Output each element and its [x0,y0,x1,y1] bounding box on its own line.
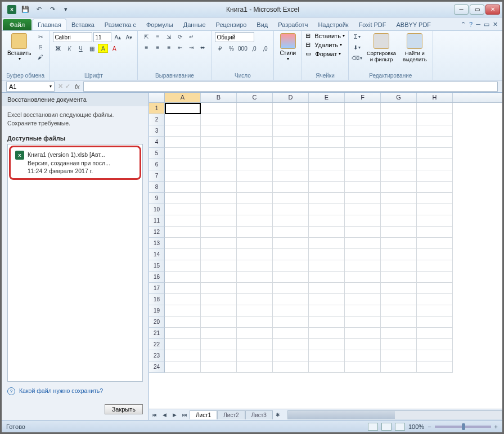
enter-icon[interactable]: ✓ [65,83,70,90]
cell[interactable] [345,305,381,317]
align-middle-icon[interactable]: ≡ [152,32,163,41]
cell[interactable] [309,361,345,373]
cell[interactable] [345,227,381,238]
cell[interactable] [381,182,417,193]
sheet-nav-prev-icon[interactable]: ◀ [159,410,169,420]
cell[interactable] [309,294,345,305]
row-header-1[interactable]: 1 [149,103,165,114]
cell[interactable] [165,170,201,182]
column-header-G[interactable]: G [381,93,417,102]
tab-developer[interactable]: Разработч [273,19,313,30]
cell[interactable] [165,204,201,215]
cell[interactable] [309,103,345,114]
column-header-A[interactable]: A [165,93,201,102]
cell[interactable] [345,294,381,305]
cell[interactable] [381,361,417,373]
cell[interactable] [417,159,453,170]
sheet-tab-1[interactable]: Лист1 [190,410,217,419]
cell[interactable] [201,339,237,350]
tab-home[interactable]: Главная [33,19,66,30]
cell[interactable] [417,148,453,159]
cell[interactable] [165,361,201,373]
cell[interactable] [273,317,309,328]
help-icon[interactable]: ? [469,21,472,28]
format-painter-icon[interactable]: 🖌 [35,52,46,61]
cell[interactable] [345,137,381,148]
tab-file[interactable]: Файл [3,19,32,30]
cell[interactable] [237,137,273,148]
italic-icon[interactable]: К [64,44,74,53]
font-size-select[interactable] [93,32,111,42]
cell[interactable] [309,227,345,238]
cell[interactable] [201,182,237,193]
cell[interactable] [273,114,309,125]
cell[interactable] [381,204,417,215]
cell[interactable] [273,294,309,305]
cell[interactable] [309,193,345,204]
fill-color-icon[interactable]: A [98,44,108,53]
cell[interactable] [273,350,309,361]
cell[interactable] [381,114,417,125]
cell[interactable] [417,317,453,328]
copy-icon[interactable]: ⎘ [35,42,46,51]
cell[interactable] [237,238,273,249]
cell[interactable] [417,328,453,339]
redo-icon[interactable]: ↷ [47,4,58,15]
tab-formulas[interactable]: Формулы [141,19,178,30]
cell[interactable] [345,272,381,283]
cell[interactable] [201,317,237,328]
cell[interactable] [417,294,453,305]
row-header-6[interactable]: 6 [149,159,165,170]
cell[interactable] [165,159,201,170]
cell[interactable] [237,204,273,215]
cell[interactable] [201,305,237,317]
cell[interactable] [165,294,201,305]
cell[interactable] [165,193,201,204]
cell[interactable] [381,125,417,137]
cell[interactable] [201,260,237,272]
tab-view[interactable]: Вид [251,19,273,30]
sheet-tab-3[interactable]: Лист3 [245,410,273,419]
row-header-10[interactable]: 10 [149,204,165,215]
indent-increase-icon[interactable]: ⇥ [186,43,196,52]
cell[interactable] [237,294,273,305]
cell[interactable] [165,148,201,159]
doc-close-icon[interactable]: ✕ [493,21,498,28]
cell[interactable] [381,305,417,317]
cell[interactable] [273,148,309,159]
cell[interactable] [381,317,417,328]
cell[interactable] [165,283,201,294]
cell[interactable] [345,238,381,249]
cell[interactable] [165,238,201,249]
cell[interactable] [417,339,453,350]
row-header-2[interactable]: 2 [149,114,165,125]
cell[interactable] [381,238,417,249]
row-header-20[interactable]: 20 [149,317,165,328]
indent-decrease-icon[interactable]: ⇤ [175,43,185,52]
cell[interactable] [237,227,273,238]
cell[interactable] [417,215,453,227]
row-header-16[interactable]: 16 [149,272,165,283]
cell[interactable] [201,361,237,373]
row-header-8[interactable]: 8 [149,182,165,193]
cell[interactable] [201,215,237,227]
cell[interactable] [273,159,309,170]
cell[interactable] [417,249,453,260]
row-header-5[interactable]: 5 [149,148,165,159]
font-name-select[interactable] [53,32,92,42]
cell[interactable] [237,249,273,260]
cell[interactable] [273,227,309,238]
decrease-decimal-icon[interactable]: ,0 [260,44,270,53]
row-header-17[interactable]: 17 [149,283,165,294]
cell[interactable] [237,182,273,193]
sheet-tab-2[interactable]: Лист2 [217,410,245,419]
zoom-slider[interactable] [435,426,491,428]
cell[interactable] [237,317,273,328]
cell[interactable] [309,283,345,294]
row-header-15[interactable]: 15 [149,260,165,272]
cell[interactable] [345,103,381,114]
sheet-nav-first-icon[interactable]: ⏮ [149,410,159,420]
cell[interactable] [273,238,309,249]
cell[interactable] [309,260,345,272]
fill-icon[interactable]: ⬇▾ [352,43,362,52]
